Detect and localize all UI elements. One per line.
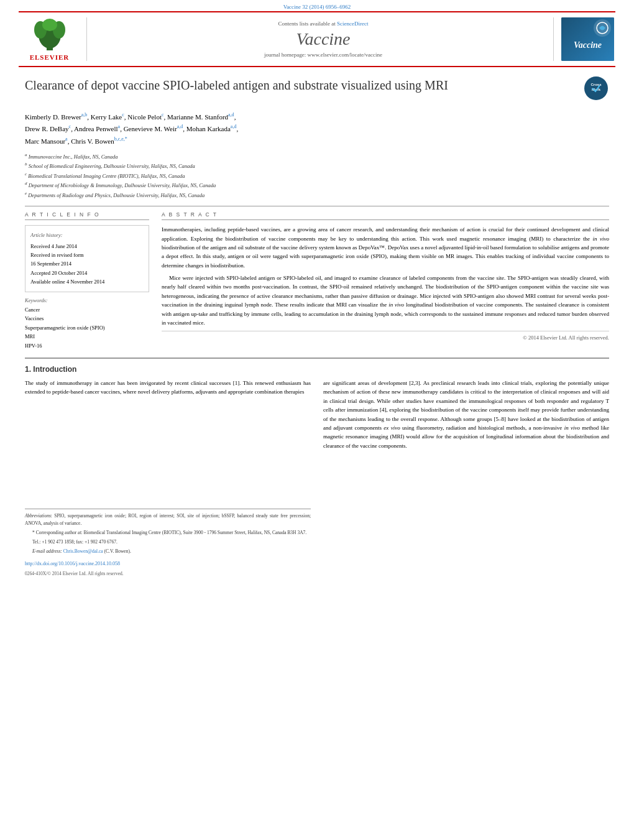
- elsevier-label: ELSEVIER: [30, 53, 70, 61]
- elsevier-tree-icon: [28, 17, 71, 52]
- crossmark-icon: Cross Mark: [584, 76, 608, 100]
- intro-right-col: are significant areas of development [2,…: [323, 379, 609, 578]
- received-revised-label: Received in revised form: [30, 251, 144, 259]
- doi-header: Vaccine 32 (2014) 6956–6962: [0, 0, 634, 11]
- doi-link[interactable]: http://dx.doi.org/10.1016/j.vaccine.2014…: [25, 560, 311, 568]
- history-label: Article history:: [30, 231, 144, 239]
- affiliations: a Immunovaccine Inc., Halifax, NS, Canad…: [25, 152, 609, 200]
- email-link[interactable]: Chris.Bowen@dal.ca: [63, 548, 103, 554]
- article-info-column: A R T I C L E I N F O Article history: R…: [25, 211, 149, 350]
- sciencedirect-link[interactable]: ScienceDirect: [337, 21, 368, 27]
- svg-text:Cross: Cross: [590, 83, 602, 86]
- main-content: Clearance of depot vaccine SPIO-labeled …: [0, 67, 634, 584]
- vaccine-logo-text: Vaccine: [574, 40, 602, 50]
- page: Vaccine 32 (2014) 6956–6962 ELSEVIER Con…: [0, 0, 634, 840]
- abstract-paragraph-1: Immunotherapies, including peptide-based…: [162, 225, 609, 270]
- keywords-label: Keywords:: [25, 297, 149, 303]
- svg-point-4: [42, 19, 57, 31]
- authors-section: Kimberly D. Brewera,b, Kerry Lakec, Nico…: [25, 111, 609, 147]
- abstract-text: Immunotherapies, including peptide-based…: [162, 225, 609, 327]
- intro-left-col: The study of immunotherapy in cancer has…: [25, 379, 311, 578]
- abstract-column: A B S T R A C T Immunotherapies, includi…: [162, 211, 609, 350]
- abstract-header: A B S T R A C T: [162, 211, 609, 220]
- revised-date: 16 September 2014: [30, 259, 144, 268]
- copyright-footer: 0264-410X/© 2014 Elsevier Ltd. All right…: [25, 570, 311, 578]
- accepted-date: Accepted 20 October 2014: [30, 269, 144, 277]
- keywords-list: Cancer Vaccines Superparamagnetic iron o…: [25, 305, 149, 350]
- introduction-body: The study of immunotherapy in cancer has…: [25, 379, 609, 578]
- journal-header: ELSEVIER Contents lists available at Sci…: [19, 11, 615, 67]
- section-divider: [25, 358, 609, 359]
- divider-after-affiliations: [25, 206, 609, 206]
- crossmark-badge[interactable]: Cross Mark: [584, 76, 609, 101]
- article-title-section: Clearance of depot vaccine SPIO-labeled …: [25, 76, 609, 104]
- elsevier-logo: ELSEVIER: [19, 17, 87, 61]
- intro-right-para: are significant areas of development [2,…: [323, 379, 609, 450]
- article-info-header: A R T I C L E I N F O: [25, 211, 149, 220]
- introduction-title: 1. Introduction: [25, 365, 609, 374]
- doi-text: Vaccine 32 (2014) 6956–6962: [283, 4, 351, 10]
- vaccine-journal-logo: Vaccine: [561, 17, 614, 61]
- available-date: Available online 4 November 2014: [30, 277, 144, 286]
- intro-left-para: The study of immunotherapy in cancer has…: [25, 379, 311, 397]
- article-title: Clearance of depot vaccine SPIO-labeled …: [25, 76, 575, 94]
- abstract-copyright: © 2014 Elsevier Ltd. All rights reserved…: [162, 331, 609, 341]
- journal-center: Contents lists available at ScienceDirec…: [93, 17, 553, 61]
- email-note: E-mail address: Chris.Bowen@dal.ca (C.V.…: [25, 548, 311, 555]
- homepage-line: journal homepage: www.elsevier.com/locat…: [264, 52, 382, 58]
- article-history-box: Article history: Received 4 June 2014 Re…: [25, 225, 149, 292]
- journal-name: Vaccine: [296, 29, 350, 49]
- footnotes-section: Abbreviations: SPIO, superparamagnetic i…: [25, 509, 311, 578]
- received-date: Received 4 June 2014: [30, 242, 144, 251]
- vaccine-logo-box: Vaccine: [553, 17, 615, 61]
- abbreviations-note: Abbreviations: SPIO, superparamagnetic i…: [25, 512, 311, 527]
- corresponding-note: * Corresponding author at: Biomedical Tr…: [25, 529, 311, 537]
- article-info-abstract-section: A R T I C L E I N F O Article history: R…: [25, 211, 609, 350]
- footnotes: Abbreviations: SPIO, superparamagnetic i…: [25, 509, 311, 555]
- tel-note: Tel.: +1 902 473 1858; fax: +1 902 470 6…: [25, 538, 311, 546]
- abstract-paragraph-2: Mice were injected with SPIO-labeled ant…: [162, 274, 609, 327]
- doi-section: http://dx.doi.org/10.1016/j.vaccine.2014…: [25, 560, 311, 568]
- keywords-section: Keywords: Cancer Vaccines Superparamagne…: [25, 297, 149, 350]
- contents-line: Contents lists available at ScienceDirec…: [278, 21, 369, 27]
